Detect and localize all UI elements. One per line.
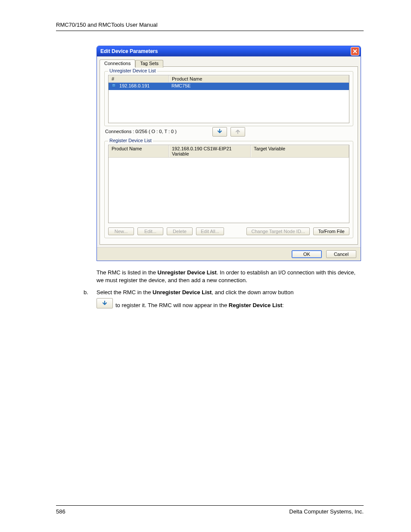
group-legend: Unregister Device List xyxy=(108,68,157,73)
paragraph: to register it. The RMC will now appear … xyxy=(115,302,284,308)
dialog-title: Edit Device Parameters xyxy=(100,48,158,54)
tab-tag-sets[interactable]: Tag Sets xyxy=(135,60,163,68)
group-legend: Register Device List xyxy=(108,138,153,143)
close-icon xyxy=(353,49,357,53)
delete-button[interactable]: Delete xyxy=(167,227,193,235)
register-device-list-group: Register Device List Product Name 192.16… xyxy=(104,141,353,238)
device-icon xyxy=(111,83,116,89)
arrow-down-icon xyxy=(102,301,108,306)
titlebar[interactable]: Edit Device Parameters xyxy=(97,46,361,56)
footer-company: Delta Computer Systems, Inc. xyxy=(289,508,364,515)
close-button[interactable] xyxy=(351,47,359,56)
col-header-target-variable[interactable]: Target Variable xyxy=(251,145,349,157)
arrow-down-icon xyxy=(217,129,223,134)
row-product: RMC75E xyxy=(169,83,349,90)
row-ip: 192.168.0.191 xyxy=(119,83,149,88)
edit-all-button[interactable]: Edit All... xyxy=(196,227,224,235)
unregister-device-listview[interactable]: # Product Name xyxy=(108,75,349,123)
paragraph: Select the RMC in the Unregister Device … xyxy=(97,289,364,296)
col-header-cs1w-variable[interactable]: 192.168.0.190 CS1W-EIP21 Variable xyxy=(169,145,251,157)
to-from-file-button[interactable]: To/From File xyxy=(313,227,349,235)
register-down-button[interactable] xyxy=(212,127,227,137)
arrow-up-icon xyxy=(235,129,241,134)
paragraph: The RMC is listed in the Unregister Devi… xyxy=(97,269,364,284)
tab-connections[interactable]: Connections xyxy=(100,59,135,67)
page-number: 586 xyxy=(56,508,65,515)
ok-button[interactable]: OK xyxy=(292,250,322,258)
col-header-product-name[interactable]: Product Name xyxy=(109,145,169,157)
unregister-up-button[interactable] xyxy=(230,127,245,137)
unregister-device-list-group: Unregister Device List # Product Name xyxy=(104,71,353,126)
edit-button[interactable]: Edit... xyxy=(137,227,163,235)
page-header: RMC70/150 and RMCTools User Manual xyxy=(56,22,364,31)
down-arrow-button-inline xyxy=(97,298,113,308)
step-letter: b. xyxy=(84,289,97,308)
list-item[interactable]: 192.168.0.191 RMC75E xyxy=(109,83,349,90)
edit-device-parameters-dialog: Edit Device Parameters Connections Tag S… xyxy=(97,46,361,261)
col-header-hash[interactable]: # xyxy=(109,75,169,82)
change-target-node-id-button[interactable]: Change Target Node ID... xyxy=(246,227,310,235)
cancel-button[interactable]: Cancel xyxy=(326,250,356,258)
register-device-listview[interactable]: Product Name 192.168.0.190 CS1W-EIP21 Va… xyxy=(108,145,349,223)
col-header-product-name[interactable]: Product Name xyxy=(169,75,349,82)
new-button[interactable]: New... xyxy=(108,227,134,235)
